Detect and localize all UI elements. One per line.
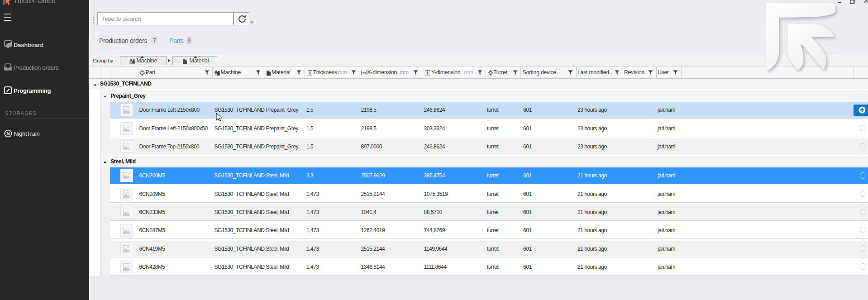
svg-text:N: N — [6, 131, 10, 136]
